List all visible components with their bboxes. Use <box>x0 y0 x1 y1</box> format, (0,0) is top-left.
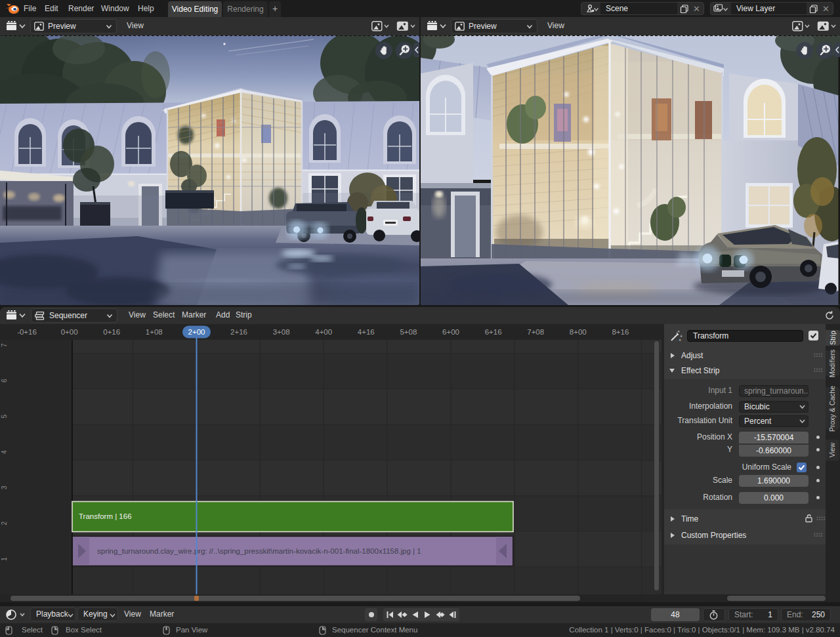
svg-text:0+00: 0+00 <box>61 328 78 336</box>
svg-text:Transform | 166: Transform | 166 <box>79 512 132 520</box>
svg-text:1: 1 <box>1 557 8 561</box>
svg-text:8+16: 8+16 <box>612 328 629 336</box>
svg-text:6+16: 6+16 <box>485 328 502 336</box>
svg-text:7+08: 7+08 <box>527 328 544 336</box>
svg-text:6: 6 <box>1 379 8 382</box>
svg-text:2: 2 <box>1 522 8 525</box>
svg-text:0+16: 0+16 <box>103 328 120 336</box>
svg-text:-0+16: -0+16 <box>17 328 37 336</box>
svg-text:spring_turnaround.clay_wire.pr: spring_turnaround.clay_wire.prg: //..\sp… <box>97 547 421 555</box>
svg-text:3+08: 3+08 <box>273 328 290 336</box>
svg-text:+: + <box>677 329 680 334</box>
svg-text:6+00: 6+00 <box>442 328 459 336</box>
svg-text:+: + <box>679 338 681 342</box>
svg-text:8+00: 8+00 <box>570 328 587 336</box>
svg-text:5+08: 5+08 <box>400 328 417 336</box>
svg-text:4+00: 4+00 <box>315 328 332 336</box>
svg-text:4: 4 <box>1 450 8 454</box>
svg-text:7: 7 <box>1 343 8 347</box>
svg-text:2+16: 2+16 <box>230 328 247 336</box>
svg-text:2+00: 2+00 <box>188 328 205 336</box>
svg-text:1+08: 1+08 <box>146 328 163 336</box>
svg-text:4+16: 4+16 <box>358 328 375 336</box>
svg-text:3: 3 <box>1 485 8 489</box>
svg-text:5: 5 <box>1 415 8 419</box>
